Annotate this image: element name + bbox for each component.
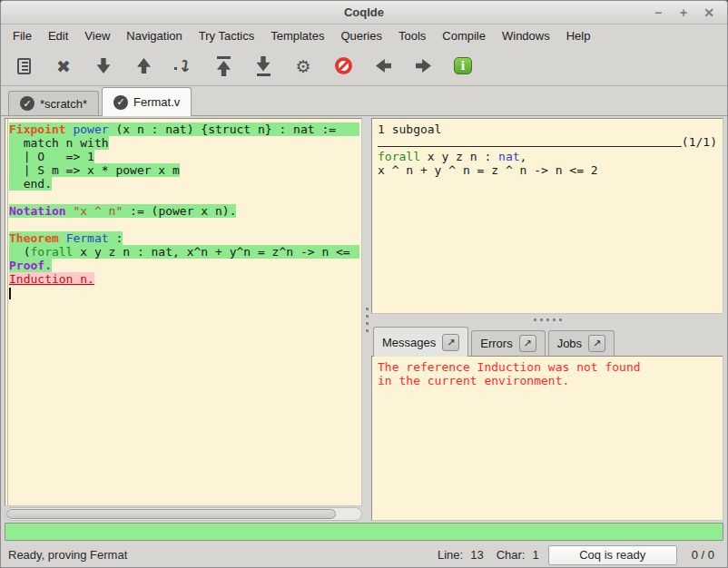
line-value: 13 [470,548,483,562]
progress-area [1,521,727,543]
code-line: Theorem Fermat : [9,231,359,245]
close-doc-button[interactable]: ✖ [46,51,81,82]
menu-try-tactics[interactable]: Try Tactics [191,26,262,45]
goal-line: (1/1) [378,136,717,150]
toolbar: ✖↩⚙i [1,46,727,86]
menu-compile[interactable]: Compile [434,26,494,45]
menu-view[interactable]: View [76,26,118,45]
close-icon: ✖ [56,56,71,76]
messages-notebook: Messages↗Errors↗Jobs↗ The reference Indu… [371,325,723,521]
code-line: match n with [9,136,359,150]
tab-check-icon: ✓ [20,96,34,111]
tab-jobs[interactable]: Jobs↗ [548,330,615,356]
go-to-end-button[interactable] [246,51,280,82]
arrow-left-icon [376,59,391,73]
maximize-icon[interactable]: + [674,5,693,20]
window-controls: − + ✕ [649,5,727,20]
gear-icon: ⚙ [295,56,310,76]
horizontal-scrollbar[interactable] [5,507,362,521]
goal-counter: (1/1) [682,135,717,150]
no-entry-icon [335,57,352,74]
detach-icon[interactable]: ↗ [588,335,605,352]
fully-check-button[interactable]: ⚙ [286,51,320,82]
tab-label: Fermat.v [133,95,180,109]
coq-state-button[interactable]: Coq is ready [548,545,677,565]
arrow-to-top-icon [217,56,231,76]
tab-check-icon: ✓ [113,95,128,110]
save-button[interactable] [6,51,41,82]
status-message: Ready, proving Fermat [8,548,425,562]
tab-scratch[interactable]: ✓*scratch* [8,91,99,115]
menu-bar: FileEditViewNavigationTry TacticsTemplat… [1,24,727,46]
code-line: Proof. [9,259,359,272]
document-tab-bar: ✓*scratch*✓Fermat.v [1,86,727,116]
next-occurrence-button[interactable] [406,51,440,82]
go-to-cursor-button[interactable]: ↩ [166,51,201,82]
arrow-up-icon [137,58,151,73]
about-button[interactable]: i [446,51,480,82]
tab-label: *scratch* [40,97,87,111]
goal-separator-rule [378,146,682,147]
char-label: Char: [497,548,526,562]
code-line [9,218,359,231]
detach-icon[interactable]: ↗ [519,335,536,352]
tab-errors[interactable]: Errors↗ [471,330,545,356]
status-bar: Ready, proving Fermat Line: 13 Char: 1 C… [1,543,727,567]
goto-cursor-icon: ↩ [174,56,192,75]
coqide-window: CoqIde − + ✕ FileEditViewNavigationTry T… [0,0,728,568]
line-label: Line: [438,548,463,562]
goal-line: x ^ n + y ^ n = z ^ n -> n <= 2 [378,163,717,177]
code-line: end. [9,177,359,191]
tab-label: Errors [480,337,512,350]
code-line [9,191,359,204]
code-line: | S m => x * power x m [9,163,359,177]
code-line: Induction n. [9,272,359,286]
backward-one-button[interactable] [126,51,161,82]
menu-file[interactable]: File [5,26,40,45]
messages-content[interactable]: The reference Induction was not foundin … [371,356,723,521]
detach-icon[interactable]: ↗ [442,334,459,351]
code-line: Fixpoint power (x n : nat) {struct n} : … [9,122,359,136]
menu-edit[interactable]: Edit [40,26,76,45]
message-line: in the current environment. [378,374,717,387]
message-line: The reference Induction was not found [378,360,717,374]
restart-button[interactable] [206,51,241,82]
goal-line: forall x y z n : nat, [378,150,717,163]
menu-navigation[interactable]: Navigation [118,26,190,45]
forward-one-button[interactable] [86,51,121,82]
main-area: Fixpoint power (x n : nat) {struct n} : … [1,116,727,521]
horizontal-splitter[interactable] [371,314,723,325]
title-bar: CoqIde − + ✕ [1,1,727,24]
script-editor[interactable]: Fixpoint power (x n : nat) {struct n} : … [5,118,362,506]
minimize-icon[interactable]: − [649,5,667,20]
worker-counter: 0 / 0 [692,548,714,562]
script-pane: Fixpoint power (x n : nat) {struct n} : … [5,118,362,521]
menu-help[interactable]: Help [558,26,599,45]
arrow-right-icon [416,59,431,73]
save-icon [17,58,31,74]
goals-panel[interactable]: 1 subgoal(1/1)forall x y z n : nat,x ^ n… [371,118,723,314]
info-bubble-icon: i [454,57,472,74]
proof-pane: 1 subgoal(1/1)forall x y z n : nat,x ^ n… [371,118,723,521]
arrow-to-bottom-icon [257,56,271,76]
tab-fermat-v[interactable]: ✓Fermat.v [102,87,192,116]
tab-messages[interactable]: Messages↗ [373,327,468,357]
interrupt-button[interactable] [326,51,360,82]
menu-windows[interactable]: Windows [494,26,558,45]
menu-tools[interactable]: Tools [390,26,434,45]
goal-line: 1 subgoal [378,122,717,136]
close-icon[interactable]: ✕ [700,5,718,20]
scrollbar-thumb[interactable] [6,509,336,519]
text-cursor [9,288,11,299]
vertical-splitter[interactable] [362,118,371,521]
menu-templates[interactable]: Templates [262,26,332,45]
progress-bar [5,523,723,541]
code-line: Notation "x ^ n" := (power x n). [9,204,359,218]
code-line: | O => 1 [9,150,359,163]
arrow-down-icon [97,58,111,73]
menu-queries[interactable]: Queries [332,26,390,45]
previous-occurrence-button[interactable] [366,51,400,82]
char-value: 1 [532,548,538,562]
window-title: CoqIde [1,5,727,19]
code-line [9,286,359,299]
